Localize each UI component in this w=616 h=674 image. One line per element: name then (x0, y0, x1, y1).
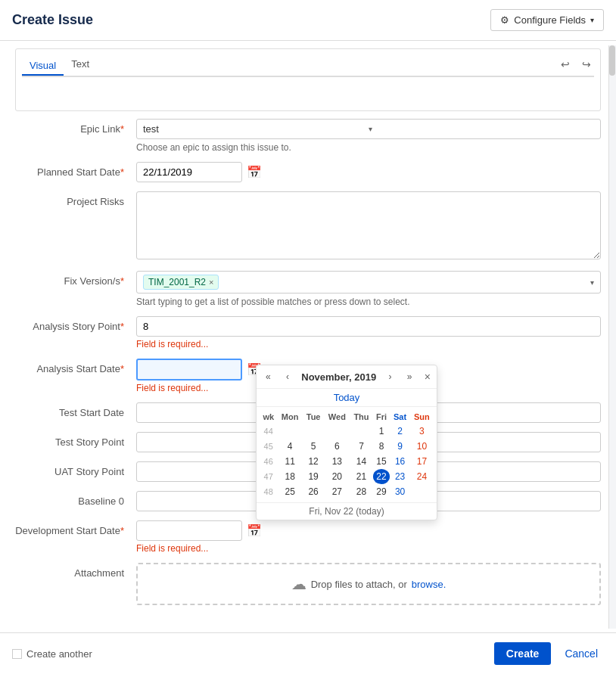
cal-day[interactable]: 8 (373, 439, 390, 454)
undo-button[interactable]: ↩ (558, 57, 573, 72)
fix-versions-input[interactable] (223, 277, 586, 288)
development-start-date-label: Development Start Date* (15, 520, 136, 536)
baseline-0-label: Baseline 0 (15, 491, 136, 507)
scrollbar-thumb[interactable] (609, 45, 615, 76)
create-another-checkbox[interactable] (12, 649, 22, 659)
development-start-date-field: 📅 Field is required... (136, 520, 601, 554)
cal-day[interactable] (303, 424, 325, 439)
cal-day-sun[interactable]: 24 (410, 469, 434, 484)
attachment-row: Attachment ☁ Drop files to attach, or br… (15, 563, 601, 605)
cal-day-sat[interactable]: 16 (390, 454, 410, 469)
fix-version-tag: TIM_2001_R2 × (143, 275, 219, 290)
cal-day-today[interactable]: 22 (373, 469, 390, 484)
dialog-content: Visual Text ↩ ↪ Epic Link* test ▾ Choose… (0, 41, 616, 632)
fix-versions-input-wrap[interactable]: TIM_2001_R2 × ▾ (136, 271, 601, 294)
planned-start-date-field: 📅 (136, 162, 601, 182)
epic-link-label: Epic Link* (15, 119, 136, 135)
cal-day[interactable] (324, 424, 350, 439)
redo-button[interactable]: ↪ (579, 57, 594, 72)
scrollbar[interactable] (608, 45, 616, 629)
attachment-dropzone[interactable]: ☁ Drop files to attach, or browse. (136, 563, 601, 605)
cal-sun-header: Sun (410, 410, 434, 424)
cal-day[interactable] (350, 424, 372, 439)
cal-day-sun[interactable]: 3 (410, 424, 434, 439)
epic-link-select[interactable]: test ▾ (136, 119, 601, 139)
tab-visual[interactable]: Visual (22, 57, 64, 76)
cal-day-sat[interactable]: 30 (390, 484, 410, 499)
analysis-story-point-input[interactable] (136, 316, 601, 337)
cal-day[interactable]: 29 (373, 484, 390, 499)
cal-day-sun[interactable]: 10 (410, 439, 434, 454)
attachment-browse-link[interactable]: browse. (412, 579, 446, 590)
cal-day[interactable]: 5 (303, 439, 325, 454)
cal-day-sat[interactable]: 2 (390, 424, 410, 439)
planned-start-date-label: Planned Start Date* (15, 162, 136, 178)
calendar-grid: wk Mon Tue Wed Thu Fri Sat Sun 44 (257, 407, 437, 502)
cal-day[interactable]: 7 (350, 439, 372, 454)
cancel-button[interactable]: Cancel (558, 642, 604, 665)
cal-next-button[interactable]: › (386, 370, 395, 384)
analysis-start-date-input[interactable] (136, 359, 242, 380)
cal-day-sat[interactable]: 23 (390, 469, 410, 484)
cal-day[interactable]: 4 (277, 439, 302, 454)
create-button[interactable]: Create (494, 642, 552, 665)
fix-versions-dropdown-arrow[interactable]: ▾ (590, 278, 594, 287)
cal-prev-prev-button[interactable]: « (263, 370, 274, 384)
planned-start-date-calendar-icon[interactable]: 📅 (247, 165, 262, 179)
cal-day[interactable]: 1 (373, 424, 390, 439)
cal-day[interactable]: 28 (350, 484, 372, 499)
cal-sat-header: Sat (390, 410, 410, 424)
project-risks-row: Project Risks (15, 191, 601, 262)
attachment-text: Drop files to attach, or (311, 579, 407, 590)
epic-link-row: Epic Link* test ▾ Choose an epic to assi… (15, 119, 601, 153)
cal-wknum-48: 48 (260, 484, 277, 499)
cal-day[interactable]: 19 (303, 469, 325, 484)
analysis-start-date-label: Analysis Start Date* (15, 359, 136, 374)
cal-week-46: 46 11 12 13 14 15 16 17 (260, 454, 434, 469)
fix-versions-label: Fix Version/s* (15, 271, 136, 287)
cal-day[interactable] (277, 424, 302, 439)
cal-day[interactable]: 21 (350, 469, 372, 484)
cal-day[interactable]: 14 (350, 454, 372, 469)
uat-story-point-label: UAT Story Point (15, 461, 136, 477)
development-start-date-input[interactable] (136, 520, 242, 541)
configure-fields-button[interactable]: ⚙ Configure Fields ▾ (490, 9, 604, 31)
development-start-date-calendar-icon[interactable]: 📅 (247, 523, 262, 538)
cal-day-sun[interactable]: 17 (410, 454, 434, 469)
tab-text[interactable]: Text (64, 55, 97, 73)
cal-day[interactable]: 15 (373, 454, 390, 469)
configure-fields-label: Configure Fields (514, 14, 586, 26)
fix-version-tag-close[interactable]: × (209, 278, 213, 287)
cal-day-sat[interactable]: 9 (390, 439, 410, 454)
cal-day[interactable]: 12 (303, 454, 325, 469)
cal-prev-button[interactable]: ‹ (283, 370, 292, 384)
cal-day[interactable]: 27 (324, 484, 350, 499)
cal-day[interactable]: 11 (277, 454, 302, 469)
cal-next-next-button[interactable]: » (404, 370, 415, 384)
cal-wed-header: Wed (324, 410, 350, 424)
cal-day[interactable]: 6 (324, 439, 350, 454)
cal-day[interactable]: 18 (277, 469, 302, 484)
planned-start-date-input[interactable] (136, 162, 242, 182)
development-start-date-row: Development Start Date* 📅 Field is requi… (15, 520, 601, 554)
calendar-close-button[interactable]: × (425, 371, 431, 383)
test-start-date-label: Test Start Date (15, 402, 136, 418)
create-another-section: Create another (12, 648, 92, 660)
cal-wknum-45: 45 (260, 439, 277, 454)
development-start-date-error: Field is required... (136, 543, 601, 554)
analysis-story-point-error: Field is required... (136, 339, 601, 349)
calendar-header: « ‹ November, 2019 › » × (257, 365, 437, 389)
cal-day[interactable]: 13 (324, 454, 350, 469)
create-another-label[interactable]: Create another (26, 648, 92, 660)
calendar-month-title: November, 2019 (301, 371, 376, 383)
calendar-today-link[interactable]: Today (334, 392, 360, 403)
project-risks-textarea[interactable] (136, 191, 601, 259)
analysis-story-point-field: Field is required... (136, 316, 601, 349)
cal-day[interactable]: 20 (324, 469, 350, 484)
planned-start-date-row: Planned Start Date* 📅 (15, 162, 601, 182)
cal-week-48: 48 25 26 27 28 29 30 (260, 484, 434, 499)
cal-day[interactable]: 26 (303, 484, 325, 499)
cal-day[interactable]: 25 (277, 484, 302, 499)
cal-day[interactable] (410, 484, 434, 499)
calendar-table: wk Mon Tue Wed Thu Fri Sat Sun 44 (260, 410, 434, 499)
